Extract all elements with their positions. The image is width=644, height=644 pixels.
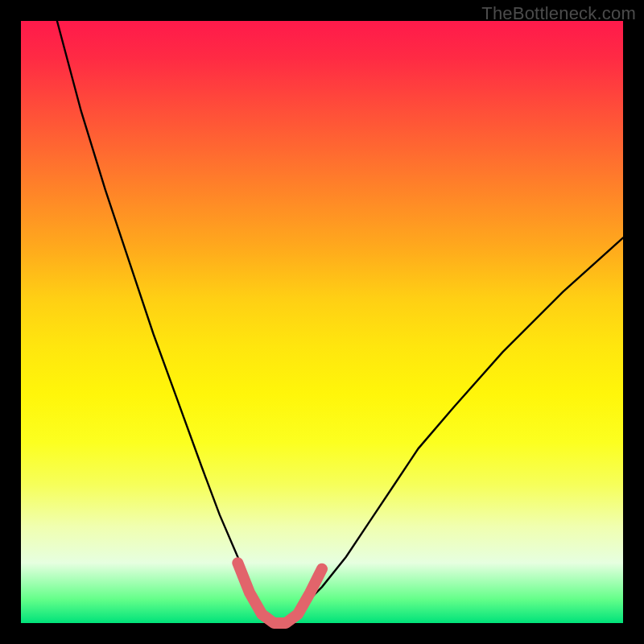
chart-frame: TheBottleneck.com	[0, 0, 644, 644]
plot-area	[21, 21, 623, 623]
watermark-text: TheBottleneck.com	[481, 3, 636, 24]
bottleneck-curve	[57, 21, 623, 623]
curve-layer	[21, 21, 623, 623]
optimal-zone-highlight	[237, 563, 322, 623]
